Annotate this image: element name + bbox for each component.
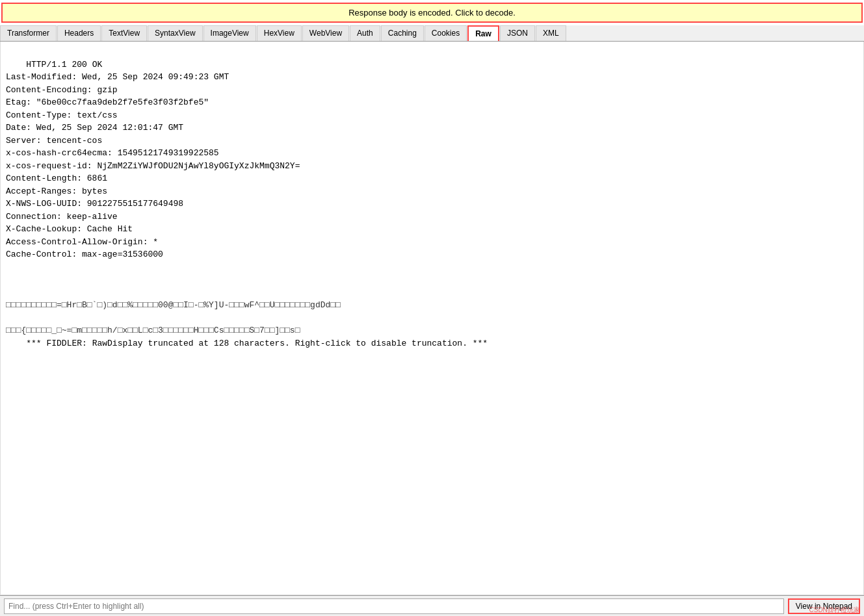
tab-imageview[interactable]: ImageView	[203, 25, 256, 41]
tab-json[interactable]: JSON	[500, 25, 535, 41]
tab-raw[interactable]: Raw	[467, 25, 499, 41]
bottom-bar: View in Notepad	[0, 595, 864, 616]
tab-bar: TransformerHeadersTextViewSyntaxViewImag…	[0, 25, 864, 42]
encoded-line-2: □□□{□□□□□_□~=□m□□□□□h/□x□□L□c□3□□□□□□H□□…	[6, 326, 300, 335]
watermark: CSDN@柠橙玩家	[809, 606, 861, 615]
find-input[interactable]	[4, 598, 784, 614]
tab-textview[interactable]: TextView	[101, 25, 147, 41]
encoded-line-1: □□□□□□□□□□=□Hr□B□`□)□d□□%□□□□□00@□□I□-□%…	[6, 300, 341, 310]
tab-headers[interactable]: Headers	[57, 25, 101, 41]
tab-webview[interactable]: WebView	[302, 25, 349, 41]
tab-xml[interactable]: XML	[536, 25, 566, 41]
tab-syntaxview[interactable]: SyntaxView	[148, 25, 202, 41]
response-headers: HTTP/1.1 200 OK Last-Modified: Wed, 25 S…	[6, 60, 300, 260]
tab-hexview[interactable]: HexView	[257, 25, 302, 41]
fiddler-note: *** FIDDLER: RawDisplay truncated at 128…	[26, 339, 488, 348]
tab-auth[interactable]: Auth	[350, 25, 380, 41]
tab-transformer[interactable]: Transformer	[0, 25, 57, 41]
main-container: Response body is encoded. Click to decod…	[0, 0, 864, 616]
tab-cookies[interactable]: Cookies	[425, 25, 467, 41]
encoded-banner[interactable]: Response body is encoded. Click to decod…	[1, 3, 863, 23]
response-content-area: HTTP/1.1 200 OK Last-Modified: Wed, 25 S…	[0, 42, 864, 595]
tab-caching[interactable]: Caching	[381, 25, 424, 41]
